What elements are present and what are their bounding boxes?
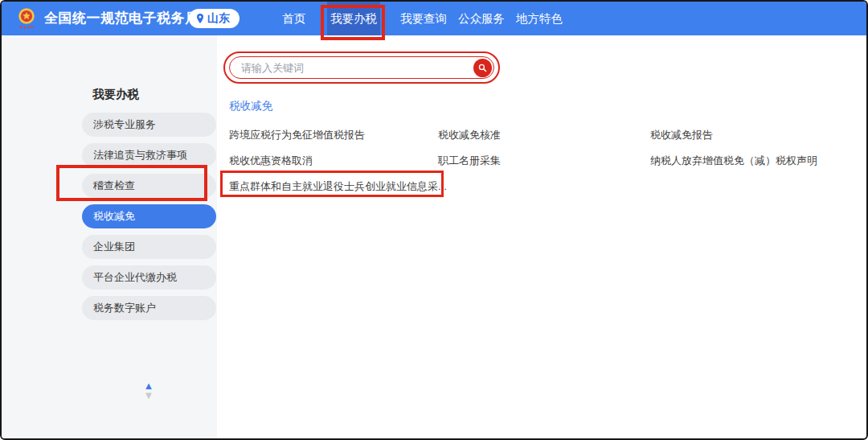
top-navbar: 全国统一规范电子税务局 山东 首页 我要办税 我要查询 公众服务 地方特色 (2, 2, 866, 35)
sidebar-heading: 我要办税 (92, 87, 139, 102)
sidebar-item-legal-liability-relief[interactable]: 法律追责与救济事项 (82, 143, 216, 167)
nav-public-service[interactable]: 公众服务 (458, 2, 505, 35)
sidebar-item-tax-reduction-exemption[interactable]: 税收减免 (82, 204, 216, 228)
search-input[interactable] (230, 62, 473, 74)
location-label: 山东 (207, 11, 230, 26)
link-tax-preference-qualification-cancel[interactable]: 税收优惠资格取消 (229, 154, 313, 168)
nav-tax-handling[interactable]: 我要办税 (327, 2, 380, 35)
sidebar-item-professional-tax-services[interactable]: 涉税专业服务 (82, 113, 216, 137)
nav-home[interactable]: 首页 (282, 2, 305, 35)
section-title-tax-reduction: 税收减免 (229, 99, 272, 113)
link-crossborder-vat-exemption-report[interactable]: 跨境应税行为免征增值税报告 (229, 128, 365, 142)
link-key-groups-veterans-employment-info[interactable]: 重点群体和自主就业退役士兵创业就业信息采... (229, 179, 447, 194)
sidebar-scroller[interactable]: ▲ ▼ (137, 381, 161, 401)
location-pin-icon (195, 13, 205, 24)
location-badge[interactable]: 山东 (189, 9, 240, 28)
search-button[interactable] (473, 59, 492, 77)
app-title: 全国统一规范电子税务局 (44, 2, 199, 35)
scroll-down-icon[interactable]: ▼ (137, 391, 161, 401)
link-employee-roster-collection[interactable]: 职工名册采集 (438, 154, 501, 168)
sidebar-item-platform-enterprise-withholding[interactable]: 平台企业代缴办税 (82, 265, 216, 290)
link-taxpayer-waive-vat-exemption-declaration[interactable]: 纳税人放弃增值税免（减）税权声明 (650, 154, 817, 168)
nav-local-features[interactable]: 地方特色 (516, 2, 563, 35)
etax-portal-window: 全国统一规范电子税务局 山东 首页 我要办税 我要查询 公众服务 地方特色 我要… (0, 0, 868, 440)
sidebar-item-audit-inspection[interactable]: 稽查检查 (82, 174, 216, 198)
search-bar (229, 56, 494, 79)
search-icon (477, 63, 488, 73)
sidebar-item-enterprise-group[interactable]: 企业集团 (82, 235, 216, 259)
nav-inquiry[interactable]: 我要查询 (400, 2, 447, 35)
link-tax-reduction-approval[interactable]: 税收减免核准 (438, 128, 501, 142)
link-tax-reduction-report[interactable]: 税收减免报告 (650, 128, 713, 142)
tax-emblem-logo (14, 6, 39, 31)
sidebar-item-tax-digital-account[interactable]: 税务数字账户 (82, 296, 216, 320)
